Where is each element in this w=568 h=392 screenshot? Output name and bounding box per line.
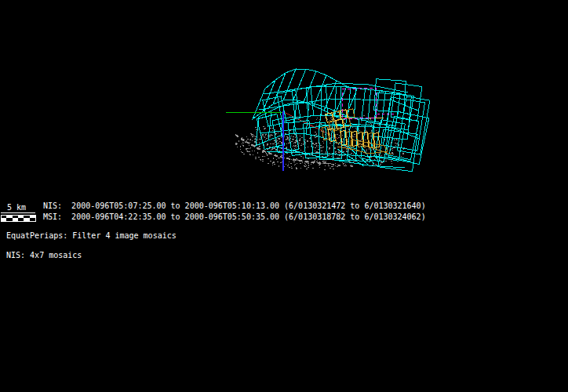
nis-mosaic-count: NIS: 4x7 mosaics [6,251,82,260]
nis-time-range: NIS: 2000-096T05:07:25.00 to 2000-096T05… [43,201,426,211]
msi-time-range: MSI: 2000-096T04:22:35.00 to 2000-096T05… [43,212,426,222]
sequence-description: EquatPeriaps: Filter 4 image mosaics [6,231,177,241]
scale-bar-label: 5 km [7,203,26,212]
scene-svg[interactable] [0,0,568,392]
app-window: 5 km NIS: 2000-096T05:07:25.00 to 2000-0… [0,0,568,392]
